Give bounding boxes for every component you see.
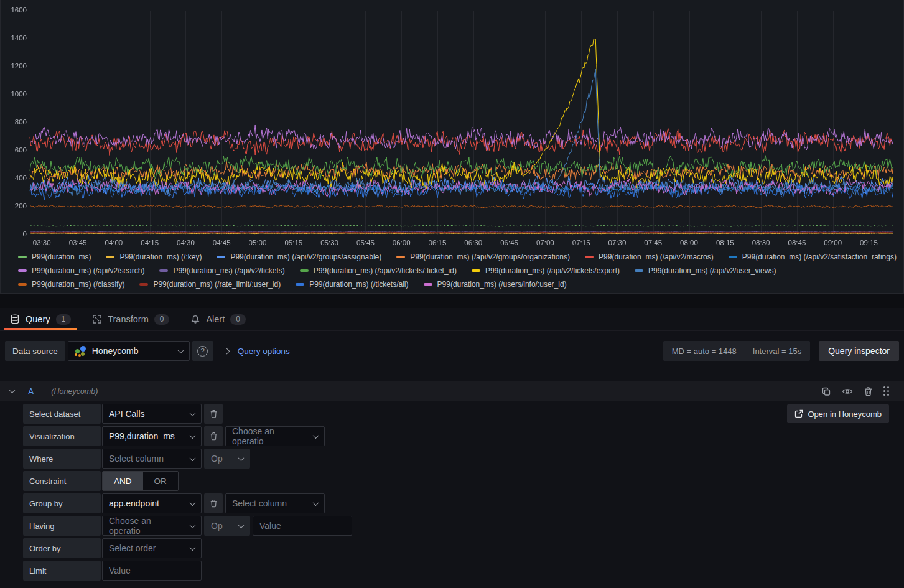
chevron-down-icon [190,522,196,528]
chevron-down-icon [190,455,196,461]
having-op-dropdown[interactable]: Op [204,516,250,536]
tab-alert-count: 0 [230,314,246,325]
constraint-row: Constraint AND OR [23,471,904,491]
trash-icon [864,386,873,396]
group-by-dropdown[interactable]: app.endpoint [102,493,202,513]
datasource-picker[interactable]: Honeycomb [68,341,190,361]
drag-handle-icon[interactable] [883,386,889,396]
legend-series-label: P99(duration_ms) (/tickets/all) [309,280,408,289]
legend-item[interactable]: P99(duration_ms) [18,253,91,261]
legend-item[interactable]: P99(duration_ms) (/users/info/:user_id) [424,280,567,289]
chevron-right-icon [223,348,230,354]
legend-series-swatch [18,283,27,286]
legend-row: P99(duration_ms) (/api/v2/search)P99(dur… [18,264,903,278]
remove-visualization-button[interactable] [204,426,223,446]
where-row: Where Select column Op [23,449,904,469]
limit-value-input[interactable] [102,561,202,581]
hide-query-button[interactable] [842,386,853,396]
legend-row: P99(duration_ms)P99(duration_ms) (/:key)… [18,250,903,264]
legend-series-swatch [729,256,737,258]
query-options-label: Query options [238,347,290,356]
visualization-row: Visualization P99,duration_ms Choose an … [23,426,904,446]
remove-dataset-button[interactable] [204,404,223,424]
legend-item[interactable]: P99(duration_ms) (/api/v2/user_views) [635,266,776,275]
legend-series-label: P99(duration_ms) (/api/v2/tickets) [173,266,284,275]
group-by-column-dropdown[interactable]: Select column [225,493,325,513]
legend-item[interactable]: P99(duration_ms) (/api/v2/macros) [585,253,714,261]
query-options-toggle[interactable]: Query options [216,347,299,356]
interval-value: Interval = 15s [753,347,801,356]
trash-icon [210,409,218,418]
legend-series-label: P99(duration_ms) (/api/v2/groups/assigna… [230,253,381,261]
having-operation-dropdown[interactable]: Choose an operatio [102,516,202,536]
legend-series-swatch [585,256,594,258]
external-link-icon [794,409,803,418]
constraint-and-button[interactable]: AND [103,472,143,490]
legend-series-swatch [18,256,27,258]
legend-item[interactable]: P99(duration_ms) (/api/v2/tickets/:ticke… [300,266,457,275]
legend-item[interactable]: P99(duration_ms) (/api/v2/satisfaction_r… [729,253,897,261]
panel-divider [0,294,904,308]
datasource-label: Data source [5,341,65,361]
copy-icon [821,386,831,396]
chevron-down-icon [313,500,319,506]
legend-series-swatch [300,269,309,272]
legend-series-label: P99(duration_ms) (/users/info/:user_id) [437,280,567,289]
select-dataset-dropdown[interactable]: API Calls [102,404,202,424]
chevron-down-icon [238,455,245,461]
legend-item[interactable]: P99(duration_ms) (/classify) [18,280,124,289]
tab-query[interactable]: Query 1 [4,308,77,330]
constraint-toggle: AND OR [102,471,179,491]
visualization-dropdown[interactable]: P99,duration_ms [102,426,202,446]
visualization-operation-dropdown[interactable]: Choose an operatio [225,426,325,446]
select-dataset-label: Select dataset [23,404,101,424]
legend-item[interactable]: P99(duration_ms) (/api/v2/search) [18,266,144,275]
tab-transform[interactable]: Transform 0 [86,308,175,330]
query-ref-id: A [28,386,34,396]
chevron-down-icon [238,522,245,528]
tab-alert[interactable]: Alert 0 [184,308,252,330]
having-label: Having [23,516,101,536]
chart-legend: P99(duration_ms)P99(duration_ms) (/:key)… [1,249,903,291]
legend-item[interactable]: P99(duration_ms) (/api/v2/groups/assigna… [217,253,381,261]
remove-query-button[interactable] [864,386,873,396]
legend-item[interactable]: P99(duration_ms) (/api/v2/tickets/export… [472,266,620,275]
remove-group-by-button[interactable] [204,493,223,513]
legend-item[interactable]: P99(duration_ms) (/api/v2/groups/organiz… [396,253,570,261]
trash-icon [210,499,218,508]
legend-series-swatch [106,256,114,258]
chevron-down-icon [313,432,319,439]
query-inspector-button[interactable]: Query inspector [819,341,899,361]
chevron-down-icon [190,544,196,551]
group-by-row: Group by app.endpoint Select column [23,493,904,513]
duplicate-query-button[interactable] [821,386,831,396]
query-row-header[interactable]: A (Honeycomb) [0,381,904,401]
limit-row: Limit [23,561,904,581]
having-value-input[interactable] [253,516,352,536]
limit-label: Limit [23,561,101,581]
query-row-card: A (Honeycomb) [0,381,904,588]
where-op-dropdown[interactable]: Op [204,449,250,469]
timeseries-chart[interactable] [1,0,904,249]
where-column-dropdown[interactable]: Select column [102,449,202,469]
legend-series-label: P99(duration_ms) [32,253,91,261]
help-icon: ? [197,346,208,357]
open-in-honeycomb-button[interactable]: Open in Honeycomb [787,404,889,423]
order-by-label: Order by [23,538,101,558]
constraint-label: Constraint [23,471,101,491]
order-by-dropdown[interactable]: Select order [102,538,202,558]
legend-series-label: P99(duration_ms) (/api/v2/groups/organiz… [410,253,570,261]
legend-series-label: P99(duration_ms) (/api/v2/satisfaction_r… [742,253,897,261]
timeseries-panel: P99(duration_ms)P99(duration_ms) (/:key)… [0,0,904,294]
query-datasource-name: (Honeycomb) [51,387,98,396]
legend-item[interactable]: P99(duration_ms) (/rate_limit/:user_id) [139,280,281,289]
having-row: Having Choose an operatio Op [23,516,904,536]
legend-item[interactable]: P99(duration_ms) (/:key) [106,253,202,261]
legend-item[interactable]: P99(duration_ms) (/api/v2/tickets) [159,266,284,275]
datasource-help-button[interactable]: ? [192,341,213,361]
collapse-chevron-icon[interactable] [9,387,16,393]
constraint-or-button[interactable]: OR [143,472,178,490]
order-by-row: Order by Select order [23,538,904,558]
tab-query-label: Query [26,314,50,324]
legend-item[interactable]: P99(duration_ms) (/tickets/all) [296,280,408,289]
